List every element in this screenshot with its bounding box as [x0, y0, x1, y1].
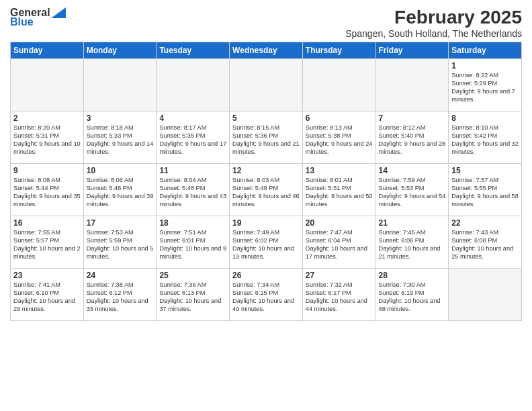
calendar-cell: 16Sunrise: 7:55 AM Sunset: 5:57 PM Dayli…: [11, 216, 84, 269]
calendar-cell: [449, 269, 522, 321]
title-block: February 2025 Spangen, South Holland, Th…: [345, 7, 522, 39]
day-info: Sunrise: 7:51 AM Sunset: 6:01 PM Dayligh…: [159, 229, 226, 261]
day-number: 11: [159, 166, 226, 175]
calendar-table: SundayMondayTuesdayWednesdayThursdayFrid…: [10, 42, 522, 321]
logo: General Blue: [10, 7, 66, 28]
calendar-cell: 19Sunrise: 7:49 AM Sunset: 6:02 PM Dayli…: [230, 216, 303, 269]
day-info: Sunrise: 7:30 AM Sunset: 6:19 PM Dayligh…: [379, 281, 446, 314]
day-info: Sunrise: 7:59 AM Sunset: 5:53 PM Dayligh…: [379, 177, 446, 209]
day-number: 28: [379, 271, 446, 280]
day-number: 27: [306, 271, 373, 280]
calendar-cell: 18Sunrise: 7:51 AM Sunset: 6:01 PM Dayli…: [157, 216, 230, 269]
svg-marker-0: [51, 7, 66, 18]
calendar-cell: 7Sunrise: 8:12 AM Sunset: 5:40 PM Daylig…: [375, 111, 449, 164]
day-info: Sunrise: 8:12 AM Sunset: 5:40 PM Dayligh…: [379, 124, 446, 156]
day-info: Sunrise: 8:17 AM Sunset: 5:35 PM Dayligh…: [159, 124, 226, 156]
week-row-4: 23Sunrise: 7:41 AM Sunset: 6:10 PM Dayli…: [11, 269, 522, 321]
day-info: Sunrise: 8:22 AM Sunset: 5:29 PM Dayligh…: [451, 72, 519, 104]
day-number: 13: [306, 166, 373, 175]
calendar-cell: [302, 59, 375, 111]
day-info: Sunrise: 7:47 AM Sunset: 6:04 PM Dayligh…: [306, 229, 373, 261]
calendar-cell: 21Sunrise: 7:45 AM Sunset: 6:06 PM Dayli…: [375, 216, 449, 269]
calendar-cell: [11, 59, 84, 111]
weekday-header-row: SundayMondayTuesdayWednesdayThursdayFrid…: [11, 42, 522, 59]
weekday-header-tuesday: Tuesday: [157, 42, 230, 59]
logo-blue: Blue: [10, 16, 34, 28]
day-info: Sunrise: 7:45 AM Sunset: 6:06 PM Dayligh…: [379, 229, 446, 261]
header: General Blue February 2025 Spangen, Sout…: [10, 7, 522, 39]
calendar-cell: 15Sunrise: 7:57 AM Sunset: 5:55 PM Dayli…: [449, 164, 522, 216]
day-number: 15: [451, 166, 519, 175]
page-container: General Blue February 2025 Spangen, Sout…: [0, 0, 532, 328]
day-number: 16: [13, 218, 81, 228]
day-info: Sunrise: 7:41 AM Sunset: 6:10 PM Dayligh…: [13, 281, 81, 314]
calendar-cell: [157, 59, 230, 111]
calendar-cell: [375, 59, 449, 111]
calendar-cell: 12Sunrise: 8:03 AM Sunset: 5:49 PM Dayli…: [230, 164, 303, 216]
week-row-2: 9Sunrise: 8:08 AM Sunset: 5:44 PM Daylig…: [11, 164, 522, 216]
calendar-cell: 1Sunrise: 8:22 AM Sunset: 5:29 PM Daylig…: [449, 59, 522, 111]
calendar-cell: 14Sunrise: 7:59 AM Sunset: 5:53 PM Dayli…: [375, 164, 449, 216]
day-info: Sunrise: 8:15 AM Sunset: 5:36 PM Dayligh…: [232, 124, 300, 156]
day-number: 24: [87, 271, 154, 280]
day-info: Sunrise: 7:32 AM Sunset: 6:17 PM Dayligh…: [306, 281, 373, 314]
day-number: 10: [87, 166, 154, 175]
day-info: Sunrise: 7:55 AM Sunset: 5:57 PM Dayligh…: [13, 229, 81, 261]
calendar-cell: 25Sunrise: 7:36 AM Sunset: 6:13 PM Dayli…: [157, 269, 230, 321]
week-row-0: 1Sunrise: 8:22 AM Sunset: 5:29 PM Daylig…: [11, 59, 522, 111]
calendar-cell: 9Sunrise: 8:08 AM Sunset: 5:44 PM Daylig…: [11, 164, 84, 216]
day-info: Sunrise: 8:20 AM Sunset: 5:31 PM Dayligh…: [13, 124, 81, 156]
day-info: Sunrise: 8:18 AM Sunset: 5:33 PM Dayligh…: [87, 124, 154, 156]
day-number: 5: [232, 113, 300, 123]
calendar-cell: 3Sunrise: 8:18 AM Sunset: 5:33 PM Daylig…: [83, 111, 157, 164]
day-number: 2: [13, 113, 81, 123]
calendar-cell: 2Sunrise: 8:20 AM Sunset: 5:31 PM Daylig…: [11, 111, 84, 164]
calendar-cell: 8Sunrise: 8:10 AM Sunset: 5:42 PM Daylig…: [449, 111, 522, 164]
day-number: 19: [232, 218, 300, 228]
day-number: 25: [159, 271, 226, 280]
calendar-cell: 24Sunrise: 7:38 AM Sunset: 6:12 PM Dayli…: [83, 269, 157, 321]
calendar-cell: 4Sunrise: 8:17 AM Sunset: 5:35 PM Daylig…: [157, 111, 230, 164]
calendar-cell: 6Sunrise: 8:13 AM Sunset: 5:38 PM Daylig…: [302, 111, 375, 164]
logo-icon: [51, 7, 66, 18]
day-info: Sunrise: 8:03 AM Sunset: 5:49 PM Dayligh…: [232, 177, 300, 209]
day-info: Sunrise: 8:13 AM Sunset: 5:38 PM Dayligh…: [306, 124, 373, 156]
day-number: 7: [379, 113, 446, 123]
calendar-cell: 13Sunrise: 8:01 AM Sunset: 5:51 PM Dayli…: [302, 164, 375, 216]
day-number: 22: [451, 218, 519, 228]
day-number: 8: [451, 113, 519, 123]
day-number: 21: [379, 218, 446, 228]
day-number: 6: [306, 113, 373, 123]
calendar-cell: 27Sunrise: 7:32 AM Sunset: 6:17 PM Dayli…: [302, 269, 375, 321]
weekday-header-friday: Friday: [375, 42, 449, 59]
calendar-cell: 11Sunrise: 8:04 AM Sunset: 5:48 PM Dayli…: [157, 164, 230, 216]
calendar-cell: 17Sunrise: 7:53 AM Sunset: 5:59 PM Dayli…: [83, 216, 157, 269]
day-number: 18: [159, 218, 226, 228]
calendar-cell: [230, 59, 303, 111]
day-info: Sunrise: 7:57 AM Sunset: 5:55 PM Dayligh…: [451, 177, 519, 209]
day-info: Sunrise: 8:04 AM Sunset: 5:48 PM Dayligh…: [159, 177, 226, 209]
day-number: 4: [159, 113, 226, 123]
calendar-cell: 20Sunrise: 7:47 AM Sunset: 6:04 PM Dayli…: [302, 216, 375, 269]
page-subtitle: Spangen, South Holland, The Netherlands: [345, 28, 522, 39]
calendar-cell: 28Sunrise: 7:30 AM Sunset: 6:19 PM Dayli…: [375, 269, 449, 321]
week-row-3: 16Sunrise: 7:55 AM Sunset: 5:57 PM Dayli…: [11, 216, 522, 269]
day-info: Sunrise: 7:34 AM Sunset: 6:15 PM Dayligh…: [232, 281, 300, 314]
day-number: 23: [13, 271, 81, 280]
weekday-header-saturday: Saturday: [449, 42, 522, 59]
day-info: Sunrise: 7:38 AM Sunset: 6:12 PM Dayligh…: [87, 281, 154, 314]
day-info: Sunrise: 7:49 AM Sunset: 6:02 PM Dayligh…: [232, 229, 300, 261]
day-number: 20: [306, 218, 373, 228]
day-info: Sunrise: 7:53 AM Sunset: 5:59 PM Dayligh…: [87, 229, 154, 261]
day-info: Sunrise: 8:08 AM Sunset: 5:44 PM Dayligh…: [13, 177, 81, 209]
day-number: 3: [87, 113, 154, 123]
day-number: 14: [379, 166, 446, 175]
day-info: Sunrise: 8:10 AM Sunset: 5:42 PM Dayligh…: [451, 124, 519, 156]
day-info: Sunrise: 8:01 AM Sunset: 5:51 PM Dayligh…: [306, 177, 373, 209]
calendar-cell: 22Sunrise: 7:43 AM Sunset: 6:08 PM Dayli…: [449, 216, 522, 269]
calendar-cell: 10Sunrise: 8:06 AM Sunset: 5:46 PM Dayli…: [83, 164, 157, 216]
day-info: Sunrise: 8:06 AM Sunset: 5:46 PM Dayligh…: [87, 177, 154, 209]
day-number: 1: [451, 61, 519, 71]
calendar-cell: [83, 59, 157, 111]
day-number: 9: [13, 166, 81, 175]
